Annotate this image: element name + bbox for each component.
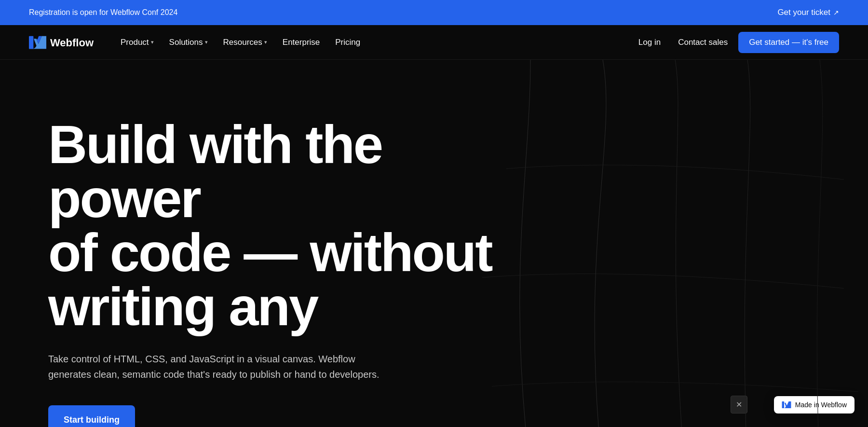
webflow-logo-icon [29,36,46,49]
nav-product-label: Product [121,38,149,47]
announcement-link-text: Get your ticket [777,8,830,17]
announcement-banner: Registration is open for Webflow Conf 20… [0,0,868,25]
close-button[interactable]: ✕ [731,396,747,413]
get-started-button[interactable]: Get started — it's free [738,32,839,53]
webflow-wordmark: Webflow [50,36,98,49]
login-link[interactable]: Log in [632,34,667,51]
hero-headline: Build with the power of code — without w… [48,118,511,334]
nav-left: Webflow Product ▾ Solutions ▾ Resources … [29,34,367,51]
nav-links: Product ▾ Solutions ▾ Resources ▾ Enterp… [114,34,367,51]
made-in-webflow-icon [782,401,791,408]
made-in-webflow-badge[interactable]: Made in Webflow [774,396,854,413]
external-link-icon: ↗ [833,9,839,16]
nav-item-resources[interactable]: Resources ▾ [217,34,274,51]
nav-enterprise-label: Enterprise [283,38,320,47]
hero-headline-line3: writing any [48,276,317,337]
hero-headline-line2: of code — without [48,222,492,283]
navbar: Webflow Product ▾ Solutions ▾ Resources … [0,25,868,60]
nav-resources-label: Resources [223,38,262,47]
logo[interactable]: Webflow [29,36,98,49]
svg-text:Webflow: Webflow [50,37,94,49]
svg-rect-2 [782,401,784,408]
made-in-webflow-label: Made in Webflow [795,401,847,409]
chevron-down-icon: ▾ [264,39,267,45]
nav-pricing-label: Pricing [335,38,360,47]
nav-item-product[interactable]: Product ▾ [114,34,161,51]
nav-solutions-label: Solutions [169,38,203,47]
nav-item-enterprise[interactable]: Enterprise [276,34,326,51]
start-building-button[interactable]: Start building [48,405,135,427]
nav-item-solutions[interactable]: Solutions ▾ [163,34,215,51]
announcement-text: Registration is open for Webflow Conf 20… [29,8,177,17]
hero-subtext: Take control of HTML, CSS, and JavaScrip… [48,351,386,382]
chevron-down-icon: ▾ [151,39,154,45]
nav-item-pricing[interactable]: Pricing [328,34,367,51]
announcement-link[interactable]: Get your ticket ↗ [777,8,839,17]
hero-section: Build with the power of code — without w… [0,60,868,427]
hero-headline-line1: Build with the power [48,114,382,229]
hero-content: Build with the power of code — without w… [48,118,511,427]
chevron-down-icon: ▾ [205,39,208,45]
contact-sales-link[interactable]: Contact sales [671,34,734,51]
svg-rect-0 [29,36,33,49]
nav-right: Log in Contact sales Get started — it's … [632,32,839,53]
